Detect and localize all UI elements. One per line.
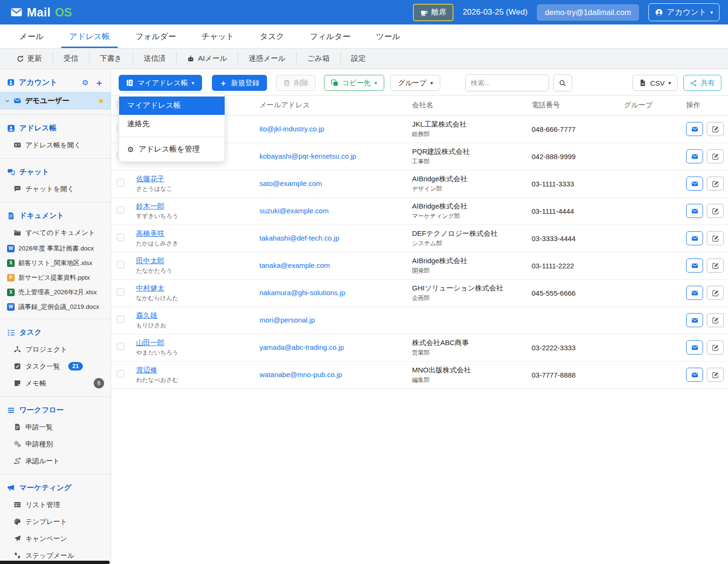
row-checkbox[interactable] [117, 288, 124, 296]
sidebar-item-campaigns[interactable]: キャンペーン [0, 530, 111, 547]
sidebar-section-marketing[interactable]: マーケティング [0, 479, 111, 496]
send-mail-button[interactable] [686, 340, 703, 355]
contact-name-link[interactable]: 森久雄 [136, 311, 157, 319]
contact-name-link[interactable]: 渡辺修 [136, 366, 157, 374]
contact-email-link[interactable]: ito@jkl-industry.co.jp [259, 125, 324, 133]
edit-contact-button[interactable] [707, 231, 724, 245]
sidebar-file-item[interactable]: W 2026年度 事業計画書.docx [0, 241, 111, 256]
sidebar-item-projects[interactable]: プロジェクト [0, 341, 111, 358]
sidebar-item-list-management[interactable]: リスト管理 [0, 496, 111, 513]
tab-addressbook[interactable]: アドレス帳 [57, 24, 123, 48]
send-mail-button[interactable] [686, 149, 703, 163]
away-status-button[interactable]: 離席 [413, 4, 453, 21]
sidebar-item-demo-user[interactable]: デモユーザー ★ [0, 92, 111, 110]
send-mail-button[interactable] [686, 231, 703, 245]
send-mail-button[interactable] [686, 177, 703, 191]
sidebar-section-chat[interactable]: チャット [0, 163, 111, 180]
row-checkbox[interactable] [117, 234, 124, 241]
sidebar-file-item[interactable]: W 議事録_定例会議_0219.docx [0, 299, 111, 314]
trash-folder-button[interactable]: ごみ箱 [296, 48, 340, 69]
col-header-email[interactable]: メールアドレス [255, 96, 408, 115]
contact-name-link[interactable]: 高橋美咲 [136, 229, 164, 237]
delete-button[interactable]: 削除 [276, 75, 315, 91]
sidebar-item-open-addressbook[interactable]: アドレス帳を開く [0, 137, 111, 153]
tab-chat[interactable]: チャット [189, 24, 247, 48]
contact-email-link[interactable]: sato@example.com [259, 179, 322, 187]
contact-email-link[interactable]: nakamura@ghi-solutions.jp [259, 289, 345, 297]
contact-email-link[interactable]: kobayashi@pqr-kensetsu.co.jp [259, 152, 356, 160]
col-header-company[interactable]: 会社名 [408, 96, 527, 115]
row-checkbox[interactable] [117, 179, 124, 186]
send-mail-button[interactable] [686, 258, 703, 273]
edit-contact-button[interactable] [707, 258, 724, 273]
contact-email-link[interactable]: watanabe@mno-pub.co.jp [259, 371, 342, 379]
spam-button[interactable]: 迷惑メール [238, 48, 296, 69]
contact-name-link[interactable]: 山田一郎 [136, 338, 164, 346]
star-icon[interactable]: ★ [98, 97, 105, 105]
tab-tasks[interactable]: タスク [247, 24, 297, 48]
row-checkbox[interactable] [117, 206, 124, 214]
sidebar-item-all-documents[interactable]: すべてのドキュメント [0, 224, 111, 241]
row-checkbox[interactable] [117, 315, 124, 323]
sidebar-file-item[interactable]: P 新サービス提案資料.pptx [0, 270, 111, 285]
contact-name-link[interactable]: 鈴木一郎 [136, 202, 164, 210]
edit-contact-button[interactable] [707, 204, 724, 218]
dropdown-item-manage-addressbooks[interactable]: ⚙ アドレス帳を管理 [119, 140, 225, 159]
contact-email-link[interactable]: takahashi@def-tech.co.jp [259, 234, 340, 242]
settings-button[interactable]: 設定 [340, 48, 377, 69]
group-button[interactable]: グループ ▾ [390, 75, 441, 91]
account-menu-button[interactable]: アカウント ▾ [648, 3, 720, 21]
sidebar-item-memo[interactable]: メモ帳 6 [0, 375, 111, 392]
tab-folders[interactable]: フォルダー [122, 24, 189, 48]
contact-email-link[interactable]: suzuki@example.com [259, 207, 329, 215]
sidebar-file-item[interactable]: X 顧客リスト_関東地区.xlsx [0, 256, 111, 270]
edit-contact-button[interactable] [707, 340, 724, 355]
sidebar-item-templates[interactable]: テンプレート [0, 513, 111, 530]
sidebar-section-documents[interactable]: ドキュメント [0, 207, 111, 224]
row-checkbox[interactable] [117, 343, 124, 350]
tab-mail[interactable]: メール [7, 24, 57, 48]
inbox-button[interactable]: 受信 [53, 48, 89, 69]
addressbook-selector-button[interactable]: マイアドレス帳 ▾ [119, 75, 202, 91]
sidebar-section-workflow[interactable]: ワークフロー [0, 402, 111, 419]
contact-email-link[interactable]: tanaka@example.com [259, 261, 330, 269]
sidebar-section-tasks[interactable]: タスク [0, 324, 111, 341]
row-checkbox[interactable] [117, 261, 124, 268]
edit-contact-button[interactable] [707, 368, 724, 382]
row-checkbox[interactable] [117, 370, 124, 378]
send-mail-button[interactable] [686, 313, 703, 327]
contact-name-link[interactable]: 中村健太 [136, 284, 164, 292]
contact-name-link[interactable]: 佐藤花子 [136, 175, 164, 183]
dropdown-item-contacts[interactable]: 連絡先 [119, 115, 225, 133]
col-header-group[interactable]: グループ [620, 96, 682, 115]
new-contact-button[interactable]: ＋ 新規登録 [212, 75, 267, 91]
sidebar-item-request-list[interactable]: 申請一覧 [0, 419, 111, 435]
sidebar-scrollbar[interactable] [0, 561, 110, 564]
sidebar-account-title[interactable]: アカウント [19, 78, 57, 88]
tab-filters[interactable]: フィルター [297, 24, 364, 48]
user-email[interactable]: demo-try@1dallmail.com [537, 4, 639, 21]
refresh-button[interactable]: 更新 [6, 48, 53, 69]
sidebar-section-addressbook[interactable]: アドレス帳 [0, 120, 111, 137]
account-settings-gear-icon[interactable]: ⚙ [82, 78, 89, 87]
send-mail-button[interactable] [686, 122, 703, 136]
add-account-button[interactable]: ＋ [95, 78, 104, 87]
sidebar-item-approval-route[interactable]: 承認ルート [0, 452, 111, 469]
search-input[interactable] [465, 74, 549, 91]
search-button[interactable] [553, 74, 572, 91]
edit-contact-button[interactable] [707, 122, 724, 136]
edit-contact-button[interactable] [707, 313, 724, 327]
sidebar-item-request-types[interactable]: 申請種別 [0, 435, 111, 452]
sent-button[interactable]: 送信済 [133, 48, 177, 69]
edit-contact-button[interactable] [707, 286, 724, 300]
send-mail-button[interactable] [686, 204, 703, 218]
contact-email-link[interactable]: yamada@abc-trading.co.jp [259, 343, 344, 351]
sidebar-item-task-list[interactable]: タスク一覧 21 [0, 358, 111, 375]
copy-to-button[interactable]: コピー先 ▾ [324, 75, 384, 91]
contact-name-link[interactable]: 田中太郎 [136, 257, 164, 265]
col-header-phone[interactable]: 電話番号 [527, 96, 620, 115]
send-mail-button[interactable] [686, 286, 703, 300]
ai-mail-button[interactable]: AIメール [176, 48, 238, 69]
send-mail-button[interactable] [686, 368, 703, 382]
share-button[interactable]: 共有 [683, 75, 721, 91]
